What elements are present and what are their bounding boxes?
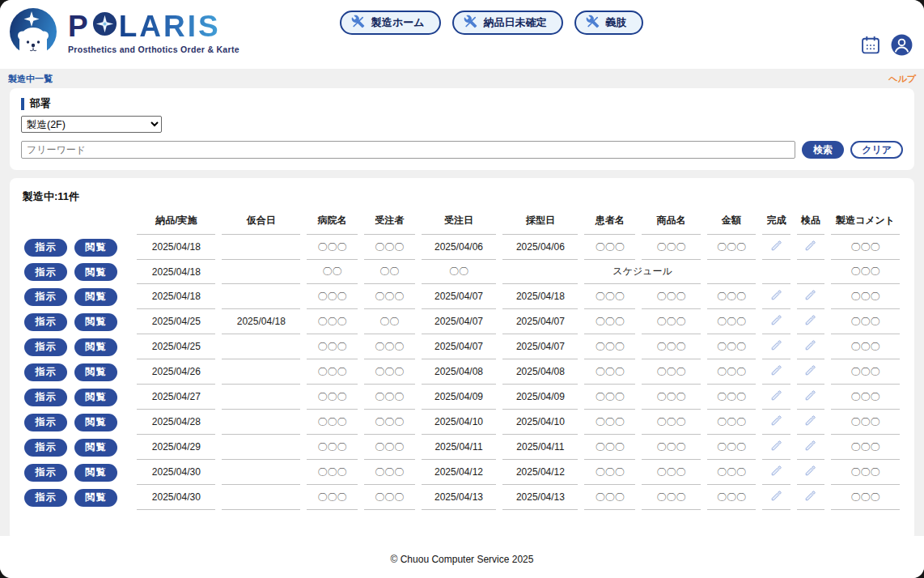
manufacture-comment-cell: 〇〇〇 [831, 460, 900, 485]
table-row: 指示閲覧2025/04/30〇〇〇〇〇〇2025/04/122025/04/12… [24, 460, 900, 485]
inspection-edit-icon[interactable] [804, 240, 816, 252]
instruction-button[interactable]: 指示 [24, 414, 67, 431]
complete-cell [762, 309, 790, 334]
product-name-cell: 〇〇〇 [642, 435, 701, 460]
table-row: 指示閲覧2025/04/27〇〇〇〇〇〇2025/04/092025/04/09… [24, 385, 900, 410]
complete-edit-icon[interactable] [770, 364, 782, 376]
freeword-input[interactable] [21, 141, 795, 159]
department-select[interactable]: 製造(2F) [21, 116, 162, 133]
column-header: 仮合日 [222, 209, 300, 235]
product-name-cell: 〇〇〇 [642, 410, 701, 435]
inspection-edit-icon[interactable] [804, 465, 816, 477]
instruction-button[interactable]: 指示 [24, 263, 67, 281]
order-date-cell: 2025/04/07 [422, 284, 497, 309]
table-row: 指示閲覧2025/04/18〇〇〇〇〇〇スケジュール〇〇〇 [24, 260, 900, 284]
clear-button[interactable]: クリア [850, 141, 903, 159]
column-header: 病院名 [307, 209, 358, 235]
inspection-edit-icon[interactable] [804, 440, 816, 452]
inspection-edit-icon[interactable] [804, 414, 816, 427]
view-button[interactable]: 閲覧 [74, 414, 117, 431]
inspection-edit-icon[interactable] [804, 339, 816, 351]
instruction-button[interactable]: 指示 [24, 439, 67, 457]
complete-edit-icon[interactable] [770, 240, 782, 252]
instruction-button[interactable]: 指示 [24, 313, 67, 331]
complete-cell [762, 410, 790, 435]
fitting-date-cell [222, 235, 300, 260]
view-button[interactable]: 閲覧 [74, 263, 117, 281]
nav-prosthetics-button[interactable]: 義肢 [574, 11, 643, 35]
hospital-name-cell: 〇〇〇 [307, 334, 358, 359]
inspection-edit-icon[interactable] [804, 364, 816, 376]
instruction-button[interactable]: 指示 [24, 239, 67, 257]
molding-date-cell: 2025/04/10 [502, 410, 578, 435]
complete-edit-icon[interactable] [770, 389, 782, 402]
view-button[interactable]: 閲覧 [74, 338, 117, 356]
nav-manufacturing-home-button[interactable]: 製造ホーム [340, 11, 441, 35]
product-name-cell: 〇〇〇 [642, 309, 701, 334]
orderer-cell: 〇〇〇 [364, 435, 415, 460]
breadcrumb-bar: 製造中一覧 ヘルプ [0, 69, 924, 88]
order-date-cell: 2025/04/12 [422, 460, 497, 485]
column-header: 金額 [707, 209, 757, 235]
inspection-edit-icon[interactable] [804, 389, 816, 402]
fitting-date-cell [222, 435, 300, 460]
tools-icon [586, 15, 600, 31]
label-accent-bar [21, 98, 24, 110]
fitting-date-cell [222, 334, 300, 359]
view-button[interactable]: 閲覧 [74, 489, 117, 507]
view-button[interactable]: 閲覧 [74, 313, 117, 331]
view-button[interactable]: 閲覧 [74, 464, 117, 482]
view-button[interactable]: 閲覧 [74, 363, 117, 381]
complete-edit-icon[interactable] [770, 314, 782, 326]
amount-cell [707, 260, 757, 284]
inspection-cell [797, 410, 824, 435]
department-label-row: 部署 [21, 96, 903, 111]
instruction-button[interactable]: 指示 [24, 338, 67, 356]
top-bar: P LARIS Prosthetics and Orthotics Order … [0, 0, 924, 69]
patient-name-cell: 〇〇〇 [584, 309, 635, 334]
fitting-date-cell [222, 460, 300, 485]
page-title: 製造中一覧 [8, 73, 53, 85]
complete-edit-icon[interactable] [770, 414, 782, 427]
manufacture-comment-cell: 〇〇〇 [831, 410, 900, 435]
delivery-date-cell: 2025/04/29 [137, 435, 215, 460]
complete-edit-icon[interactable] [770, 490, 782, 502]
calendar-icon[interactable] [860, 35, 881, 55]
inspection-cell [797, 260, 824, 284]
row-actions-cell: 指示閲覧 [24, 309, 130, 334]
product-name-cell: 〇〇〇 [642, 385, 701, 410]
nav-button-label: 製造ホーム [371, 15, 425, 30]
view-button[interactable]: 閲覧 [74, 239, 117, 257]
nav-delivery-date-unfixed-button[interactable]: 納品日未確定 [452, 11, 563, 35]
table-row: 指示閲覧2025/04/30〇〇〇〇〇〇2025/04/132025/04/13… [24, 485, 900, 510]
table-row: 指示閲覧2025/04/26〇〇〇〇〇〇2025/04/082025/04/08… [24, 359, 900, 385]
inspection-edit-icon[interactable] [804, 314, 816, 326]
inspection-cell [797, 435, 824, 460]
inspection-cell [797, 359, 824, 385]
complete-edit-icon[interactable] [770, 465, 782, 477]
complete-edit-icon[interactable] [770, 289, 782, 301]
complete-edit-icon[interactable] [770, 339, 782, 351]
view-button[interactable]: 閲覧 [74, 389, 117, 406]
row-actions-cell: 指示閲覧 [24, 235, 130, 260]
instruction-button[interactable]: 指示 [24, 389, 67, 406]
help-link[interactable]: ヘルプ [888, 73, 916, 85]
instruction-button[interactable]: 指示 [24, 464, 67, 482]
view-button[interactable]: 閲覧 [74, 439, 117, 457]
inspection-edit-icon[interactable] [804, 490, 816, 502]
inspection-edit-icon[interactable] [804, 289, 816, 301]
brand-logo: P LARIS Prosthetics and Orthotics Order … [8, 6, 239, 60]
delivery-date-cell: 2025/04/26 [137, 359, 215, 385]
complete-edit-icon[interactable] [770, 440, 782, 452]
instruction-button[interactable]: 指示 [24, 363, 67, 381]
table-row: 指示閲覧2025/04/29〇〇〇〇〇〇2025/04/112025/04/11… [24, 435, 900, 460]
amount-cell: 〇〇〇 [707, 309, 757, 334]
hospital-name-cell: 〇〇〇 [307, 485, 358, 510]
fitting-date-cell [222, 410, 300, 435]
user-icon[interactable] [891, 34, 913, 56]
order-date-cell: 2025/04/07 [422, 334, 497, 359]
instruction-button[interactable]: 指示 [24, 489, 67, 507]
view-button[interactable]: 閲覧 [74, 288, 117, 306]
search-button[interactable]: 検索 [802, 141, 844, 159]
instruction-button[interactable]: 指示 [24, 288, 67, 306]
